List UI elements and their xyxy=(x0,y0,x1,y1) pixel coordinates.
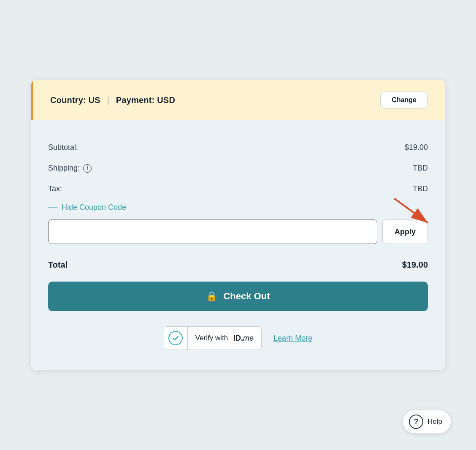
help-bubble[interactable]: ? Help xyxy=(403,410,451,433)
shipping-label: Shipping: i xyxy=(48,164,92,173)
subtotal-row: Subtotal: $19.00 xyxy=(48,137,428,158)
coupon-toggle[interactable]: — Hide Coupon Code xyxy=(48,203,428,212)
tax-value: TBD xyxy=(413,184,428,193)
checkout-label: Check Out xyxy=(223,291,270,302)
total-value: $19.00 xyxy=(402,260,428,270)
country-payment-info: Country: US | Payment: USD xyxy=(50,95,175,105)
tax-row: Tax: TBD xyxy=(48,179,428,199)
subtotal-label: Subtotal: xyxy=(48,143,78,152)
shipping-row: Shipping: i TBD xyxy=(48,158,428,179)
order-rows: Subtotal: $19.00 Shipping: i TBD Tax: TB… xyxy=(48,137,428,199)
coupon-input[interactable] xyxy=(48,220,377,244)
lock-icon: 🔒 xyxy=(206,291,217,302)
checkout-card: Country: US | Payment: USD Change Subtot… xyxy=(31,80,445,370)
coupon-row: Apply xyxy=(48,220,428,244)
change-button[interactable]: Change xyxy=(380,92,428,108)
verify-badge[interactable]: Verify with ID.me xyxy=(164,326,262,350)
check-circle-icon xyxy=(168,331,183,345)
shipping-info-icon[interactable]: i xyxy=(83,164,92,173)
total-label: Total xyxy=(48,260,68,270)
main-body: Subtotal: $19.00 Shipping: i TBD Tax: TB… xyxy=(31,120,445,370)
help-icon: ? xyxy=(409,415,423,429)
id-logo: ID.me xyxy=(233,334,254,343)
header-banner: Country: US | Payment: USD Change xyxy=(31,80,445,120)
dash-icon: — xyxy=(48,203,57,212)
coupon-toggle-label: Hide Coupon Code xyxy=(62,203,126,212)
separator: | xyxy=(107,95,109,105)
apply-button[interactable]: Apply xyxy=(382,220,428,244)
learn-more-link[interactable]: Learn More xyxy=(273,334,312,343)
verify-check-area xyxy=(164,326,188,350)
subtotal-value: $19.00 xyxy=(405,143,428,152)
checkout-button[interactable]: 🔒 Check Out xyxy=(48,282,428,311)
verify-text: Verify with ID.me xyxy=(188,334,261,343)
help-label: Help xyxy=(427,417,442,426)
tax-label: Tax: xyxy=(48,184,62,193)
shipping-value: TBD xyxy=(413,164,428,173)
total-row: Total $19.00 xyxy=(48,256,428,282)
country-label: Country: US xyxy=(50,95,100,105)
verify-row: Verify with ID.me Learn More xyxy=(48,326,428,350)
payment-label: Payment: USD xyxy=(116,95,175,105)
